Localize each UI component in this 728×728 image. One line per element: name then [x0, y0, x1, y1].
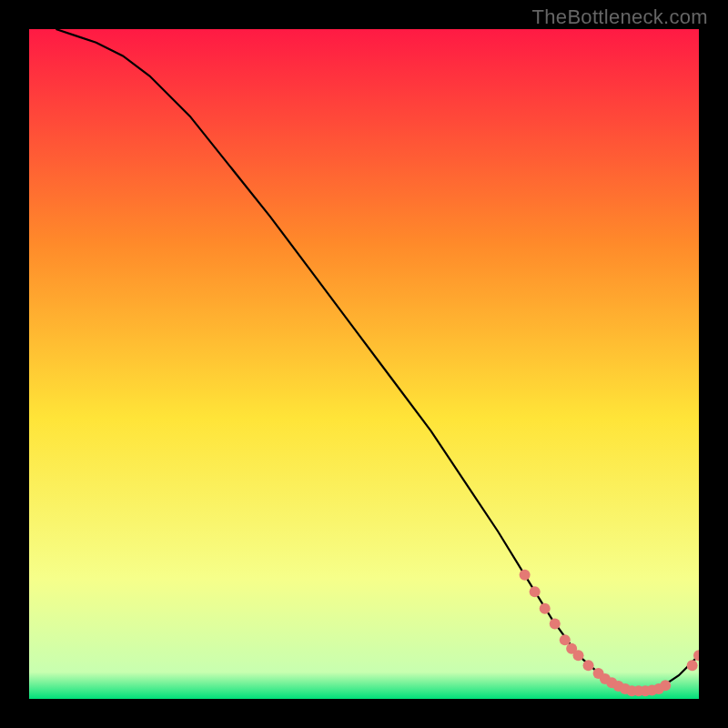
data-point: [660, 680, 671, 691]
watermark-text: TheBottleneck.com: [532, 5, 708, 29]
data-point: [550, 619, 561, 630]
bottleneck-curve-chart: [29, 29, 699, 699]
data-point: [583, 660, 594, 671]
data-point: [573, 650, 584, 661]
data-points: [520, 570, 699, 696]
curve-line: [56, 29, 699, 691]
data-point: [560, 634, 571, 645]
data-point: [687, 660, 698, 671]
data-point: [520, 570, 531, 581]
data-point: [540, 603, 551, 614]
data-point: [530, 586, 541, 597]
